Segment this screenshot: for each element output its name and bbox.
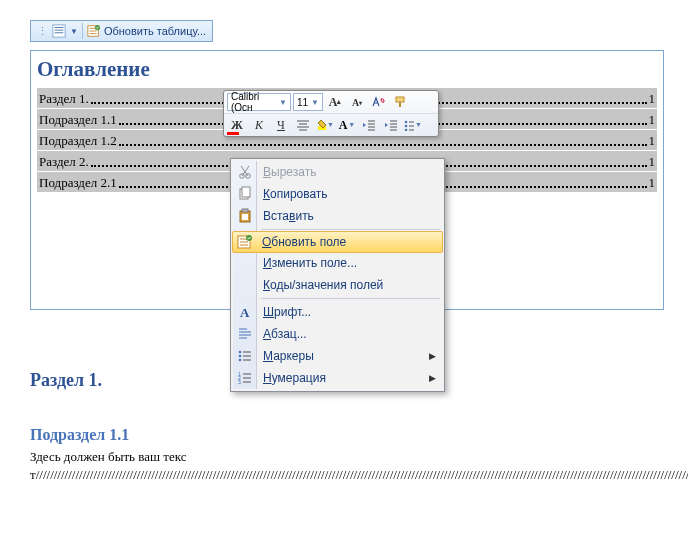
toc-label: Подраздел 1.2 xyxy=(39,133,117,149)
svg-point-23 xyxy=(405,129,408,131)
svg-point-43 xyxy=(239,359,242,362)
numbering-icon: 123 xyxy=(237,370,253,386)
svg-text:3: 3 xyxy=(238,379,241,385)
menu-separator xyxy=(261,298,440,299)
separator xyxy=(82,23,83,39)
menu-item-label: Шрифт... xyxy=(263,305,311,319)
svg-rect-7 xyxy=(399,102,401,107)
toc-leader xyxy=(119,144,647,146)
toc-heading: Оглавление xyxy=(37,57,657,82)
toc-page: 1 xyxy=(649,133,656,149)
menu-item-маркеры[interactable]: Маркеры▶ xyxy=(233,345,442,367)
menu-item-копировать[interactable]: Копировать xyxy=(233,183,442,205)
paragraph-icon xyxy=(237,326,253,342)
toc-label: Раздел 2. xyxy=(39,154,89,170)
font-size-combo[interactable]: 11▼ xyxy=(293,93,323,111)
context-menu: ВырезатьКопироватьВставитьОбновить полеИ… xyxy=(230,158,445,392)
font-icon: A xyxy=(237,304,253,320)
toc-label: Подраздел 2.1 xyxy=(39,175,117,191)
menu-item-обновить-поле[interactable]: Обновить поле xyxy=(232,231,443,253)
format-painter-button[interactable] xyxy=(391,93,411,111)
grow-font-button[interactable]: A▴ xyxy=(325,93,345,111)
toc-label: Подраздел 1.1 xyxy=(39,112,117,128)
bullets-icon xyxy=(237,348,253,364)
italic-button[interactable]: К xyxy=(249,116,269,134)
update-table-icon[interactable] xyxy=(87,24,101,38)
menu-item-label: Изменить поле... xyxy=(263,256,357,270)
body-text: Здесь должен быть ваш текст/////////////… xyxy=(30,448,664,483)
grip-dots: ⋮ xyxy=(37,25,49,38)
body-heading-1: Раздел 1. xyxy=(30,370,102,391)
menu-item-label: Вырезать xyxy=(263,165,316,179)
submenu-arrow-icon: ▶ xyxy=(429,373,436,383)
change-case-button[interactable] xyxy=(369,93,389,111)
menu-item-вставить[interactable]: Вставить xyxy=(233,205,442,227)
bullets-button[interactable]: ▼ xyxy=(403,116,423,134)
menu-item-шрифт-[interactable]: AШрифт... xyxy=(233,301,442,323)
shrink-font-button[interactable]: A▾ xyxy=(347,93,367,111)
menu-item-label: Нумерация xyxy=(263,371,326,385)
svg-point-42 xyxy=(239,355,242,358)
toc-page: 1 xyxy=(649,175,656,191)
underline-button[interactable]: Ч xyxy=(271,116,291,134)
svg-point-22 xyxy=(405,125,408,128)
align-center-button[interactable] xyxy=(293,116,313,134)
toc-dropdown[interactable]: ▼ xyxy=(70,27,78,36)
svg-point-21 xyxy=(405,121,408,124)
toc-icon[interactable] xyxy=(52,24,66,38)
menu-item-изменить-поле-[interactable]: Изменить поле... xyxy=(233,252,442,274)
update-table-label[interactable]: Обновить таблицу... xyxy=(104,25,206,37)
menu-item-label: Обновить поле xyxy=(262,235,346,249)
decrease-indent-button[interactable] xyxy=(359,116,379,134)
menu-item-label: Вставить xyxy=(263,209,314,223)
menu-item-вырезать: Вырезать xyxy=(233,161,442,183)
svg-rect-32 xyxy=(242,209,248,212)
menu-item-коды-значения-полей[interactable]: Коды/значения полей xyxy=(233,274,442,296)
svg-rect-0 xyxy=(53,25,65,37)
menu-item-label: Маркеры xyxy=(263,349,314,363)
font-color-button[interactable]: A▼ xyxy=(337,116,357,134)
svg-rect-30 xyxy=(242,187,250,197)
svg-rect-33 xyxy=(242,214,248,220)
menu-item-label: Коды/значения полей xyxy=(263,278,383,292)
body-heading-2: Подраздел 1.1 xyxy=(30,426,129,444)
increase-indent-button[interactable] xyxy=(381,116,401,134)
menu-item-label: Абзац... xyxy=(263,327,307,341)
cut-icon xyxy=(237,164,253,180)
toc-page: 1 xyxy=(649,112,656,128)
toc-label: Раздел 1. xyxy=(39,91,89,107)
menu-item-абзац-[interactable]: Абзац... xyxy=(233,323,442,345)
copy-icon xyxy=(237,186,253,202)
update-icon xyxy=(237,234,253,250)
toc-page: 1 xyxy=(649,154,656,170)
font-name-combo[interactable]: Calibri (Осн▼ xyxy=(227,93,291,111)
highlight-button[interactable]: ▼ xyxy=(315,116,335,134)
svg-text:A: A xyxy=(240,305,250,320)
menu-separator xyxy=(261,229,440,230)
svg-rect-6 xyxy=(396,97,404,102)
mini-toolbar: Calibri (Осн▼ 11▼ A▴ A▾ Ж К Ч ▼ A▼ xyxy=(223,90,439,137)
submenu-arrow-icon: ▶ xyxy=(429,351,436,361)
menu-item-нумерация[interactable]: 123Нумерация▶ xyxy=(233,367,442,389)
menu-item-label: Копировать xyxy=(263,187,328,201)
svg-point-41 xyxy=(239,351,242,354)
toc-controls-tab[interactable]: ⋮ ▼ Обновить таблицу... xyxy=(30,20,213,42)
paste-icon xyxy=(237,208,253,224)
toc-page: 1 xyxy=(649,91,656,107)
